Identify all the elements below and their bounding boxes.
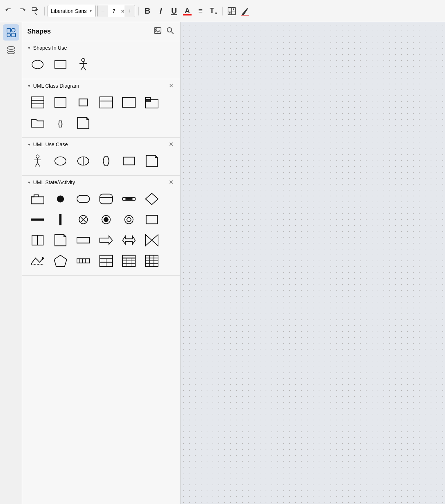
shape-folder-open[interactable] <box>27 114 48 132</box>
shapes-search-button[interactable] <box>165 26 175 37</box>
font-size-unit: pt <box>120 9 125 13</box>
shape-state-note[interactable] <box>50 231 71 249</box>
svg-rect-10 <box>12 33 15 37</box>
section-uml-class-close[interactable]: ✕ <box>167 83 175 89</box>
shape-state-rounded[interactable] <box>73 190 94 208</box>
svg-rect-46 <box>77 196 90 203</box>
shape-header-table[interactable] <box>119 252 139 270</box>
shape-swimlane-bar[interactable] <box>73 252 94 270</box>
svg-rect-71 <box>77 259 90 263</box>
text-color-indicator <box>183 14 192 15</box>
shape-hourglass[interactable] <box>141 231 162 249</box>
shape-class-sections[interactable] <box>96 93 116 112</box>
underline-button[interactable]: U <box>168 5 180 17</box>
shape-initial-state[interactable] <box>50 190 71 208</box>
svg-point-60 <box>127 217 131 221</box>
section-collapse-triangle: ▼ <box>27 46 31 50</box>
svg-rect-23 <box>31 97 44 108</box>
shape-double-arrow[interactable] <box>119 231 139 249</box>
svg-rect-9 <box>7 33 11 37</box>
shape-interface-braces[interactable]: {} <box>50 114 71 132</box>
shape-rectangle[interactable] <box>50 55 71 74</box>
shape-rect-small[interactable] <box>73 93 94 112</box>
section-shapes-in-use-header[interactable]: ▼ Shapes In Use <box>22 41 180 54</box>
shape-use-case-ellipse[interactable] <box>50 152 71 170</box>
shapes-panel-toggle[interactable] <box>3 24 19 41</box>
shape-history[interactable] <box>119 210 139 229</box>
section-uml-use-case-close[interactable]: ✕ <box>167 141 175 147</box>
svg-point-45 <box>57 196 64 203</box>
shape-use-case-rect[interactable] <box>119 152 139 170</box>
section-uml-state-header[interactable]: ▼ UML State/Activity ✕ <box>22 176 180 188</box>
shape-package-folder[interactable] <box>141 93 162 112</box>
text-style-button[interactable]: T▼ <box>208 5 220 17</box>
format-painter-button[interactable] <box>29 5 41 17</box>
font-selector[interactable]: Liberation Sans ▼ <box>48 5 96 17</box>
font-size-value[interactable]: 7 <box>108 8 120 14</box>
shape-use-case-note[interactable] <box>141 152 162 170</box>
section-uml-state-triangle: ▼ <box>27 181 31 185</box>
svg-rect-7 <box>7 28 11 32</box>
section-uml-state-title: UML State/Activity <box>33 179 165 185</box>
shape-decision[interactable] <box>141 190 162 208</box>
svg-point-35 <box>36 155 39 158</box>
svg-rect-28 <box>100 97 112 108</box>
redo-button[interactable] <box>16 5 28 17</box>
layers-panel-toggle[interactable] <box>3 42 19 58</box>
shape-note[interactable] <box>73 114 94 132</box>
shape-ellipse[interactable] <box>27 55 48 74</box>
uml-state-grid <box>22 188 180 275</box>
section-uml-state: ▼ UML State/Activity ✕ <box>22 176 180 276</box>
shapes-search-images-button[interactable] <box>153 26 162 37</box>
shape-fork-join[interactable] <box>119 190 139 208</box>
shape-system-boundary[interactable] <box>73 152 94 170</box>
svg-rect-26 <box>55 98 66 108</box>
shape-actor[interactable] <box>73 55 94 74</box>
shape-end-state-x[interactable] <box>73 210 94 229</box>
svg-rect-17 <box>55 61 66 69</box>
font-size-increase[interactable]: + <box>125 5 135 17</box>
shape-h-bar[interactable] <box>27 210 48 229</box>
shape-activity-box[interactable] <box>96 190 116 208</box>
shape-state-folder[interactable] <box>27 190 48 208</box>
insert-table-button[interactable] <box>226 5 238 17</box>
shape-v-bar[interactable] <box>50 210 71 229</box>
section-uml-use-case: ▼ UML Use Case ✕ <box>22 138 180 176</box>
shape-arrow-right[interactable] <box>96 231 116 249</box>
svg-line-38 <box>35 162 38 166</box>
icon-sidebar <box>0 22 22 504</box>
italic-button[interactable]: I <box>155 5 167 17</box>
shape-class-full[interactable] <box>27 93 48 112</box>
svg-point-5 <box>229 12 231 14</box>
svg-rect-50 <box>126 198 133 200</box>
shape-v-line-box[interactable] <box>27 231 48 249</box>
shape-use-case-actor[interactable] <box>27 152 48 170</box>
section-uml-use-case-title: UML Use Case <box>33 141 165 147</box>
shape-full-table[interactable] <box>141 252 162 270</box>
svg-point-13 <box>155 29 157 30</box>
svg-line-39 <box>38 162 40 166</box>
svg-point-14 <box>167 28 172 32</box>
shape-state-rect[interactable] <box>141 210 162 229</box>
shape-pentagon[interactable] <box>50 252 71 270</box>
bold-button[interactable]: B <box>141 5 153 17</box>
separator-2 <box>138 7 139 15</box>
shape-narrow-ellipse[interactable] <box>96 152 116 170</box>
svg-point-18 <box>82 59 85 62</box>
section-uml-state-close[interactable]: ✕ <box>167 179 175 185</box>
align-button[interactable]: ≡ <box>195 5 206 17</box>
shape-wide-rect[interactable] <box>73 231 94 249</box>
shape-zigzag-arrow[interactable] <box>27 252 48 270</box>
shape-end-state-h[interactable] <box>96 210 116 229</box>
shape-rect-plain[interactable] <box>50 93 71 112</box>
font-size-decrease[interactable]: − <box>98 5 108 17</box>
shape-simple-table[interactable] <box>96 252 116 270</box>
font-size-control: − 7 pt + <box>97 5 135 17</box>
section-uml-use-case-header[interactable]: ▼ UML Use Case ✕ <box>22 138 180 150</box>
canvas[interactable] <box>181 22 445 504</box>
fill-button[interactable] <box>239 5 251 17</box>
shape-rect-outline[interactable] <box>119 93 139 112</box>
undo-button[interactable] <box>3 5 15 17</box>
text-color-button[interactable]: A <box>181 5 193 17</box>
section-uml-class-header[interactable]: ▼ UML Class Diagram ✕ <box>22 79 180 92</box>
